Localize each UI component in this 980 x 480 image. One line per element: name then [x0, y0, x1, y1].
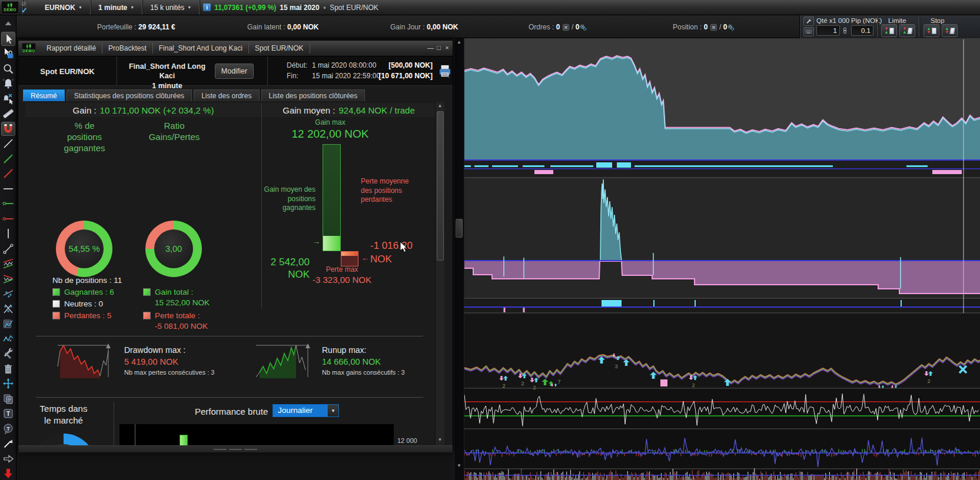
qty-input[interactable] — [816, 25, 840, 36]
maximize-button[interactable]: □ — [435, 44, 443, 52]
gain-latent-label: Gain latent : — [247, 23, 285, 31]
text-bubble-tool[interactable]: T — [1, 422, 15, 436]
pitchfork-tool[interactable] — [1, 302, 15, 316]
position-label: Position : — [673, 23, 702, 31]
arrow-right-hollow-tool[interactable] — [1, 452, 15, 466]
tab-liste-des-positions-cl-tur-es[interactable]: Liste des positions clôturées — [261, 89, 366, 101]
tab-statistiques-des-positions-cl-tur-es[interactable]: Statistiques des positions clôturées — [67, 89, 192, 101]
segment-tool[interactable] — [1, 242, 15, 256]
cancel-orders-icon[interactable] — [562, 24, 570, 31]
gain-total-swatch — [143, 288, 151, 296]
chevron-down-icon: ▼ — [130, 5, 134, 9]
scroll-up-icon[interactable]: ▲ — [436, 103, 444, 108]
time-in-market-donut: 80,09 % — [31, 434, 96, 445]
svg-text:3: 3 — [614, 364, 617, 369]
text-box-tool[interactable]: T — [1, 406, 15, 421]
report-scrollbar[interactable]: ▲ ▼ — [435, 102, 444, 445]
limit-sell-button[interactable]: ▼▲ — [881, 24, 897, 37]
chart-scroll-down-icon[interactable]: ▼ — [454, 463, 464, 468]
perf-period-select[interactable]: Journalier ▼ — [273, 404, 339, 417]
scroll-up-tool[interactable] — [1, 16, 15, 31]
pct-positions-title: % depositionsgagnantes — [42, 121, 127, 154]
title-tab-final-short-and-long-kaci[interactable]: Final_Short And Long Kaci — [153, 43, 249, 54]
title-tab-spot-eur-nok[interactable]: Spot EUR/NOK — [249, 43, 310, 54]
trendline-green-tool[interactable] — [1, 152, 15, 166]
ruler-tool[interactable] — [1, 106, 15, 121]
info-icon[interactable]: i — [203, 4, 211, 11]
tools-tool[interactable] — [1, 346, 15, 361]
hline-green-circle-tool[interactable] — [1, 196, 15, 211]
check-icon[interactable]: ✓ — [21, 6, 28, 15]
trendline-white-tool[interactable] — [1, 136, 15, 151]
alert-bell-tool[interactable] — [1, 76, 15, 91]
window-resize-strip[interactable] — [18, 445, 453, 452]
window-title-bar[interactable]: DEMO Rapport détailléProBacktestFinal_Sh… — [18, 41, 453, 56]
legend-neutres: Neutres : 0 — [64, 299, 103, 308]
runup-sparkline-icon — [255, 343, 312, 379]
instrument-name: Spot EUR/NOK — [330, 4, 378, 12]
arrow-down-red-tool[interactable] — [1, 466, 15, 480]
magnet-tool[interactable] — [1, 122, 15, 136]
title-tab-probacktest[interactable]: ProBacktest — [102, 43, 153, 54]
move-tool[interactable] — [1, 376, 15, 391]
script-notes-tool[interactable] — [1, 316, 15, 331]
arrow-left-annotation: ← — [361, 254, 369, 262]
symbol-dropdown[interactable]: EURNOK▼ — [41, 4, 87, 12]
stop-sell-button[interactable]: ▲▼ — [942, 24, 958, 37]
mouse-cursor — [400, 242, 408, 254]
tab-liste-des-ordres[interactable]: Liste des ordres — [194, 89, 259, 101]
trendline-red-tool[interactable] — [1, 166, 15, 181]
stop-label: Stop — [931, 17, 945, 24]
fibonacci-tool[interactable] — [1, 286, 15, 301]
arrow-right-annotation: → — [313, 237, 320, 246]
chevron-down-icon[interactable]: ▼ — [327, 405, 338, 416]
position-count: 0 — [704, 23, 708, 31]
zigzag-tool[interactable] — [1, 332, 15, 346]
report-scrollbar-thumb[interactable] — [437, 111, 444, 261]
qty-label: Qté x1 000 — [816, 17, 849, 24]
trash-tool[interactable] — [1, 362, 15, 376]
hline-red-circle-tool[interactable] — [1, 212, 15, 226]
alert-bell-off-tool[interactable] — [1, 92, 15, 106]
gain-total-value: 15 252,00 NOK — [155, 298, 210, 307]
orders-count2: 0 — [576, 23, 580, 31]
pointer-lock-tool[interactable] — [1, 46, 15, 61]
demo-logo: DEMO — [22, 43, 36, 54]
orders-settings-icon[interactable] — [579, 24, 587, 31]
triangle-pattern-tool[interactable] — [1, 272, 15, 286]
position-settings-icon[interactable] — [727, 24, 735, 31]
svg-text:T: T — [6, 425, 10, 431]
chart-scrollbar[interactable]: ▲ ▼ — [454, 38, 464, 480]
minimize-button[interactable]: — — [427, 44, 434, 52]
chart-scrollbar-thumb[interactable] — [456, 219, 463, 238]
limit-label: Limite — [888, 17, 906, 24]
timeframe-dropdown[interactable]: 1 minute▼ — [94, 4, 138, 12]
copy-tool[interactable] — [1, 392, 15, 406]
chart-scroll-up-icon[interactable]: ▲ — [454, 39, 464, 45]
wrench-icon[interactable] — [803, 16, 814, 26]
scroll-down-icon[interactable]: ▼ — [436, 437, 444, 442]
modify-button[interactable]: Modifier — [215, 64, 254, 79]
link-icon[interactable] — [841, 25, 849, 36]
perf-chart[interactable] — [119, 424, 394, 445]
print-icon[interactable] — [437, 62, 453, 79]
pointer-tool[interactable] — [1, 32, 15, 46]
tab-r-sum-[interactable]: Résumé — [23, 89, 65, 101]
close-button[interactable]: × — [443, 44, 451, 52]
close-position-icon[interactable] — [710, 24, 717, 31]
keyboard-icon[interactable] — [803, 27, 814, 36]
units-dropdown[interactable]: 15 k unités▼ — [146, 4, 195, 12]
channel-tool[interactable] — [1, 256, 15, 271]
drawing-toolbar: TT — [0, 15, 16, 480]
portfolio-label: Portefeuille : — [97, 23, 137, 31]
zoom-tool[interactable] — [1, 62, 15, 76]
debut-value: 1 mai 2020 08:00:00 — [312, 61, 376, 69]
arrow-diagonal-tool[interactable] — [1, 436, 15, 451]
vline-white-tool[interactable] — [1, 226, 15, 241]
limit-buy-button[interactable]: ▼▲ — [899, 24, 915, 37]
pip-input[interactable] — [851, 25, 873, 36]
stop-buy-button[interactable]: ▲▼ — [923, 24, 939, 37]
title-tab-rapport-d-taill-[interactable]: Rapport détaillé — [41, 43, 102, 54]
hline-white-tool[interactable] — [1, 182, 15, 196]
gagnantes-swatch — [52, 288, 60, 296]
